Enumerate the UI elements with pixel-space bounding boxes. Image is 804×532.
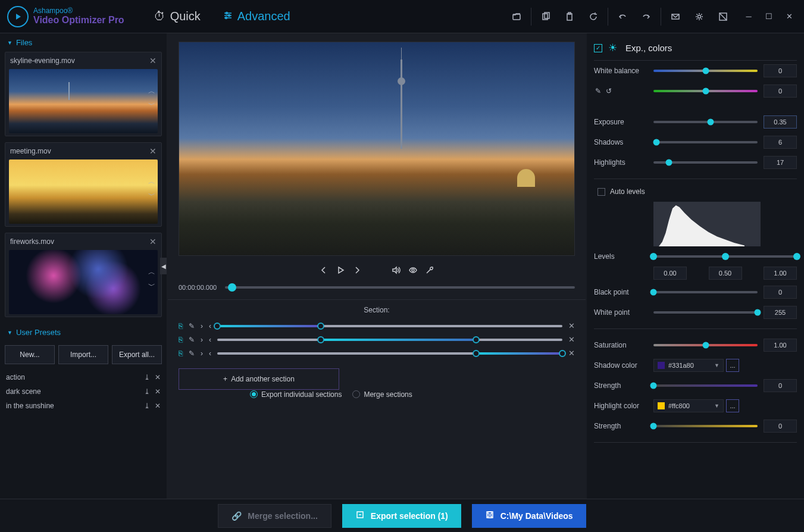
export-preset-button[interactable]: Export all...	[112, 345, 162, 364]
preset-item[interactable]: in the sunshine ⤓✕	[5, 399, 162, 413]
file-item[interactable]: meeting.mov ✕ ︿ ﹀	[5, 142, 162, 227]
move-up-icon[interactable]: ︿	[148, 177, 155, 187]
chevron-right-icon[interactable]: ›	[201, 336, 203, 344]
edit-icon[interactable]: ✎	[189, 336, 195, 344]
prev-frame-button[interactable]	[319, 265, 329, 277]
chevron-right-icon[interactable]: ›	[201, 322, 203, 330]
download-icon[interactable]: ⤓	[144, 373, 150, 381]
auto-levels-checkbox[interactable]	[597, 188, 605, 196]
exposure-value[interactable]: 0.35	[764, 115, 797, 129]
black-point-slider[interactable]	[653, 291, 758, 293]
next-frame-button[interactable]	[352, 265, 362, 277]
levels-slider[interactable]	[653, 255, 797, 258]
export-selection-button[interactable]: Export selection (1)	[342, 504, 461, 528]
download-icon[interactable]: ⤓	[144, 387, 150, 396]
levels-low-value[interactable]: 0.00	[653, 267, 687, 280]
shadow-color-picker[interactable]: #331a80 ▼	[653, 359, 724, 372]
shadow-strength-value[interactable]: 0	[764, 379, 797, 392]
preview-button[interactable]	[408, 265, 418, 277]
output-path-button[interactable]: C:\My Data\Videos	[472, 504, 586, 528]
play-button[interactable]	[336, 265, 345, 277]
section-slider[interactable]	[217, 325, 562, 327]
shadows-slider[interactable]	[653, 141, 758, 143]
shadow-color-more-button[interactable]: ...	[726, 359, 739, 372]
collapse-left-button[interactable]: ◀	[160, 258, 167, 274]
tab-quick[interactable]: ⏱ Quick	[151, 6, 203, 27]
wb-temp-value[interactable]: 0	[764, 64, 797, 77]
video-preview[interactable]	[179, 42, 575, 256]
white-point-slider[interactable]	[653, 311, 758, 314]
refresh-button[interactable]	[581, 5, 605, 29]
close-icon[interactable]: ✕	[568, 335, 575, 344]
section-slider[interactable]	[217, 339, 562, 341]
section-icon[interactable]: ⎘	[179, 322, 183, 330]
eyedropper-icon[interactable]: ✎	[595, 87, 601, 95]
move-up-icon[interactable]: ︿	[148, 267, 155, 277]
chevron-left-icon[interactable]: ‹	[209, 322, 211, 330]
move-down-icon[interactable]: ﹀	[148, 281, 155, 291]
close-icon[interactable]: ✕	[155, 402, 161, 410]
presets-header[interactable]: ▼ User Presets	[0, 323, 167, 342]
section-slider[interactable]	[217, 352, 562, 355]
section-icon[interactable]: ⎘	[179, 336, 183, 344]
saturation-value[interactable]: 1.00	[764, 339, 797, 352]
files-header[interactable]: ▼ Files	[0, 33, 167, 52]
minimize-button[interactable]: ─	[739, 8, 759, 26]
file-item[interactable]: fireworks.mov ✕ ︿ ﹀	[5, 233, 162, 317]
move-up-icon[interactable]: ︿	[148, 86, 155, 96]
close-icon[interactable]: ✕	[149, 146, 157, 156]
highlights-slider[interactable]	[653, 161, 758, 164]
highlights-value[interactable]: 17	[764, 156, 797, 169]
levels-high-value[interactable]: 1.00	[764, 267, 797, 280]
settings-button[interactable]	[687, 5, 711, 29]
highlight-color-picker[interactable]: #ffc800 ▼	[653, 399, 724, 412]
close-icon[interactable]: ✕	[155, 373, 161, 381]
clipboard-button[interactable]	[558, 5, 581, 29]
move-down-icon[interactable]: ﹀	[148, 190, 155, 201]
file-item[interactable]: skyline-evening.mov ✕ ︿ ﹀	[5, 52, 162, 136]
chevron-right-icon[interactable]: ›	[201, 349, 203, 358]
merge-selection-button[interactable]: 🔗 Merge selection...	[218, 504, 331, 528]
add-section-button[interactable]: + Add another section	[179, 368, 339, 390]
highlight-strength-value[interactable]: 0	[764, 420, 797, 433]
reset-icon[interactable]: ↺	[606, 87, 612, 95]
volume-button[interactable]	[392, 265, 401, 277]
highlight-color-more-button[interactable]: ...	[726, 399, 739, 412]
close-icon[interactable]: ✕	[568, 349, 575, 358]
maximize-button[interactable]: ☐	[759, 8, 779, 26]
radio-merge-sections[interactable]: Merge sections	[352, 390, 412, 399]
download-icon[interactable]: ⤓	[144, 402, 150, 410]
levels-mid-value[interactable]: 0.50	[709, 267, 742, 280]
new-preset-button[interactable]: New...	[5, 345, 55, 364]
section-icon[interactable]: ⎘	[179, 349, 183, 358]
redo-button[interactable]	[634, 5, 658, 29]
chevron-left-icon[interactable]: ‹	[209, 336, 211, 344]
shadow-strength-slider[interactable]	[653, 384, 758, 387]
theme-button[interactable]	[711, 5, 735, 29]
wb-temp-slider[interactable]	[653, 70, 758, 72]
shadows-value[interactable]: 6	[764, 136, 797, 149]
close-icon[interactable]: ✕	[155, 387, 161, 396]
exposure-slider[interactable]	[653, 121, 758, 123]
panel-enable-checkbox[interactable]: ✓	[594, 44, 602, 52]
saturation-slider[interactable]	[653, 344, 758, 346]
black-point-value[interactable]: 0	[764, 286, 797, 299]
preset-item[interactable]: dark scene ⤓✕	[5, 384, 162, 399]
tools-button[interactable]	[425, 265, 434, 277]
highlight-strength-slider[interactable]	[653, 425, 758, 427]
copy-button[interactable]	[534, 5, 558, 29]
edit-icon[interactable]: ✎	[189, 322, 195, 330]
close-icon[interactable]: ✕	[149, 237, 157, 246]
wb-tint-value[interactable]: 0	[764, 85, 797, 98]
white-point-value[interactable]: 255	[764, 306, 797, 319]
close-icon[interactable]: ✕	[568, 321, 575, 330]
import-preset-button[interactable]: Import...	[58, 345, 108, 364]
timeline-slider[interactable]	[225, 286, 575, 289]
chevron-left-icon[interactable]: ‹	[209, 349, 211, 358]
radio-export-individual[interactable]: Export individual sections	[250, 390, 342, 399]
mail-button[interactable]	[664, 5, 687, 29]
wb-tint-slider[interactable]	[653, 90, 758, 92]
undo-button[interactable]	[611, 5, 634, 29]
tab-advanced[interactable]: Advanced	[221, 6, 293, 27]
move-down-icon[interactable]: ﹀	[148, 100, 155, 110]
